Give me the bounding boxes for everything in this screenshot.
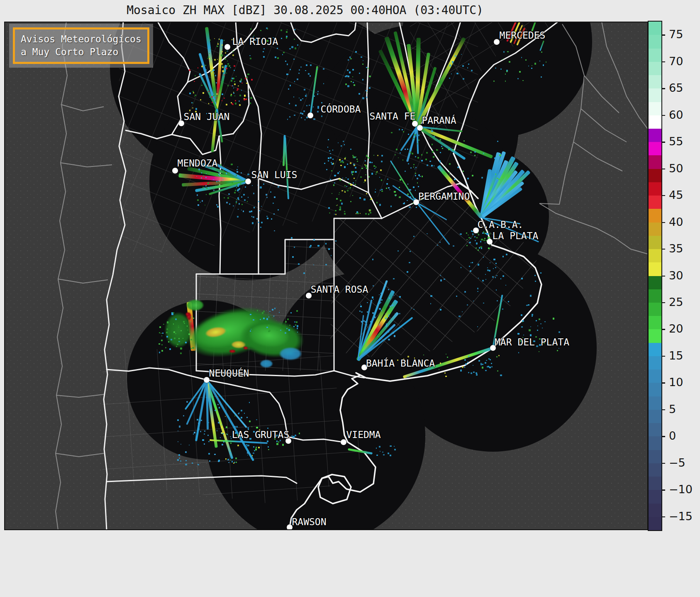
city-label: SAN JUAN <box>184 111 230 122</box>
colorbar-tick <box>661 409 665 410</box>
warning-legend-text: Avisos Meteorológicos a Muy Corto Plazo <box>13 27 149 64</box>
colorbar-segment <box>649 115 661 129</box>
city-label: PERGAMINO <box>418 191 470 202</box>
city-label: CÓRDOBA <box>321 104 361 115</box>
city-label: MERCEDES <box>500 30 546 41</box>
colorbar-segment <box>649 276 661 289</box>
city-label: MAR DEL PLATA <box>495 337 569 347</box>
colorbar-tick <box>661 61 665 62</box>
colorbar-tick-label: 25 <box>669 296 683 308</box>
colorbar-segment <box>649 22 661 35</box>
colorbar-segment <box>649 223 661 236</box>
colorbar-segment <box>649 196 661 209</box>
colorbar-tick-label: 15 <box>669 349 683 362</box>
city-dot <box>412 121 418 127</box>
colorbar-tick <box>661 516 665 517</box>
warning-legend-line2: a Muy Corto Plazo <box>21 46 141 59</box>
city-label: LA PLATA <box>493 230 539 241</box>
colorbar-tick <box>661 302 665 303</box>
colorbar-tick <box>661 115 665 116</box>
colorbar-tick <box>661 276 665 276</box>
colorbar-tick <box>661 436 665 437</box>
city-label: C.A.B.A. <box>478 219 524 230</box>
city-label: PARANÁ <box>422 115 456 126</box>
colorbar-tick <box>661 88 665 89</box>
colorbar-tick <box>661 463 665 464</box>
city-dot <box>487 239 493 245</box>
colorbar-tick-label: −15 <box>669 510 693 523</box>
colorbar-tick-label: 75 <box>669 28 683 41</box>
colorbar-segment <box>649 383 661 396</box>
colorbar-tick <box>661 222 665 223</box>
warning-legend: Avisos Meteorológicos a Muy Corto Plazo <box>9 24 153 68</box>
colorbar-segment <box>649 436 661 450</box>
colorbar-tick <box>661 249 665 250</box>
colorbar-segment <box>649 62 661 75</box>
city-label: MENDOZA <box>178 158 218 169</box>
colorbar-tick-label: −10 <box>669 483 693 496</box>
colorbar-segment <box>649 329 661 343</box>
city-dot <box>224 44 230 50</box>
city-label: SAN LUIS <box>251 169 298 180</box>
colorbar-tick-label: 20 <box>669 322 683 335</box>
colorbar-segment <box>649 343 661 356</box>
colorbar-segment <box>649 356 661 369</box>
city-label: RAWSON <box>292 516 326 527</box>
colorbar-tick <box>661 142 665 142</box>
colorbar-segment <box>649 209 661 222</box>
colorbar-tick <box>661 489 665 490</box>
city-label: LA RIOJA <box>232 36 278 47</box>
warning-legend-line1: Avisos Meteorológicos <box>21 33 141 46</box>
city-dot <box>341 439 346 445</box>
city-dot <box>172 168 178 174</box>
colorbar-tick-label: 60 <box>669 108 683 121</box>
colorbar-tick <box>661 34 665 35</box>
colorbar-segment <box>649 490 661 503</box>
colorbar-segment <box>649 249 661 262</box>
colorbar-tick-label: 5 <box>669 403 676 416</box>
footer-logos: Servicio Meteorológico Nacional Argentin… <box>0 530 700 597</box>
colorbar-segment <box>649 477 661 490</box>
city-label: SANTA ROSA <box>311 284 368 295</box>
colorbar-segment <box>649 423 661 436</box>
colorbar-tick-label: 30 <box>669 269 683 281</box>
colorbar-segment <box>649 155 661 169</box>
colorbar-tick-label: 50 <box>669 162 683 175</box>
colorbar-tick-label: 65 <box>669 81 683 94</box>
colorbar-segment <box>649 463 661 477</box>
colorbar-tick-label: 45 <box>669 188 683 201</box>
colorbar-segment <box>649 504 661 517</box>
colorbar-segment <box>649 142 661 155</box>
colorbar-tick <box>661 356 665 357</box>
colorbar-segment <box>649 396 661 410</box>
colorbar-tick <box>661 382 665 383</box>
colorbar-tick-label: 55 <box>669 135 683 148</box>
colorbar-tick-label: 40 <box>669 215 683 228</box>
colorbar <box>649 22 661 530</box>
colorbar-segment <box>649 169 661 182</box>
city-dot <box>494 39 500 45</box>
colorbar-segment <box>649 517 661 530</box>
colorbar-segment <box>649 303 661 316</box>
colorbar-segment <box>649 129 661 142</box>
city-marker-layer: LA RIOJAMERCEDESSAN JUANCÓRDOBASANTA FEP… <box>4 22 648 530</box>
colorbar-segment <box>649 450 661 463</box>
city-label: NEUQUÉN <box>209 368 249 379</box>
colorbar-segment <box>649 262 661 276</box>
colorbar-segment <box>649 75 661 88</box>
colorbar-segment <box>649 88 661 102</box>
colorbar-tick <box>661 169 665 169</box>
colorbar-tick-label: 10 <box>669 376 683 389</box>
colorbar-tick <box>661 329 665 330</box>
colorbar-tick-label: 0 <box>669 429 676 442</box>
city-dot <box>245 179 251 184</box>
colorbar-tick-label: 35 <box>669 242 683 255</box>
city-label: SANTA FE <box>370 111 416 122</box>
colorbar-segment <box>649 236 661 249</box>
colorbar-segment <box>649 49 661 62</box>
colorbar-tick-label: 70 <box>669 55 683 68</box>
city-dot <box>307 113 313 118</box>
city-label: VIEDMA <box>346 429 380 440</box>
colorbar-segment <box>649 182 661 196</box>
colorbar-segment <box>649 316 661 329</box>
